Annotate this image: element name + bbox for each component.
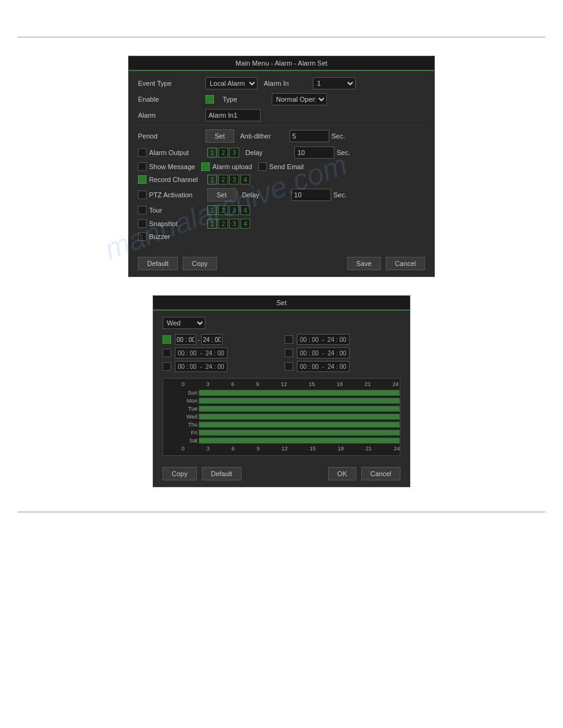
chart-row-thu: Thu (199, 420, 400, 428)
bar-thu (199, 422, 400, 428)
tour-checkbox[interactable] (138, 206, 147, 214)
chart-row-wed: Wed (199, 412, 400, 420)
num-box-2[interactable]: 2 (218, 148, 228, 157)
ptz-set-button[interactable]: Set (207, 188, 236, 202)
buzzer-checkbox[interactable] (138, 232, 147, 241)
divider1 (138, 125, 425, 126)
show-message-label: Show Message (149, 163, 195, 170)
enable-checkbox[interactable] (205, 95, 214, 104)
time-cb-3b[interactable] (285, 362, 293, 371)
record-channel-label: Record Channel (149, 176, 207, 183)
rec-num-3[interactable]: 3 (229, 175, 239, 184)
record-channel-checkbox[interactable] (138, 175, 147, 184)
tour-num-2[interactable]: 2 (218, 205, 228, 215)
tour-num-4[interactable]: 4 (240, 205, 250, 215)
record-channel-num-boxes: 1 2 3 4 (207, 175, 250, 184)
set-footer-right: OK Cancel (328, 467, 400, 480)
tour-label: Tour (149, 207, 207, 214)
delay-input[interactable] (294, 146, 334, 159)
snap-num-2[interactable]: 2 (218, 219, 228, 229)
show-message-row: Show Message Alarm upload Send Email (138, 162, 425, 171)
set-default-button[interactable]: Default (202, 467, 242, 480)
set-footer: Copy Default OK Cancel (153, 462, 410, 487)
num-box-3[interactable]: 3 (229, 148, 239, 157)
bar-wed (199, 414, 400, 420)
alarm-in-select[interactable]: 1 (313, 77, 356, 89)
alarm-set-dialog: Main Menu - Alarm - Alarm Set Event Type… (128, 56, 435, 277)
alarm-output-checkbox[interactable] (138, 148, 147, 157)
event-type-select[interactable]: Local Alarm (205, 77, 258, 89)
default-button[interactable]: Default (138, 257, 178, 270)
time-cb-2a[interactable] (163, 349, 171, 357)
ptz-label: PTZ Activation (149, 191, 207, 199)
snapshot-num-boxes: 1 2 3 4 (207, 219, 250, 229)
anti-dither-input[interactable] (289, 130, 329, 142)
time-entry-2b: 00 : 00 - 24 : 00 (285, 347, 400, 358)
show-message-checkbox[interactable] (138, 162, 147, 171)
period-set-button[interactable]: Set (205, 129, 234, 143)
rec-num-1[interactable]: 1 (207, 175, 217, 184)
alarm-in-label: Alarm In (264, 80, 313, 87)
enable-label: Enable (138, 96, 205, 103)
time-start-1a[interactable] (175, 334, 196, 345)
ptz-row: PTZ Activation Set Delay Sec. (138, 188, 425, 202)
chart-row-sat: Sat (199, 436, 400, 444)
cancel-button[interactable]: Cancel (386, 257, 425, 270)
time-block-3b: 00 : 00 - 24 : 00 (297, 361, 350, 372)
delay-label: Delay (245, 149, 294, 156)
buzzer-row: Buzzer (138, 232, 425, 241)
time-entry-1b: 00 : 00 - 24 : 00 (285, 334, 400, 345)
ptz-checkbox[interactable] (138, 191, 147, 199)
snap-num-3[interactable]: 3 (229, 219, 239, 229)
time-cb-1b[interactable] (285, 335, 293, 344)
buzzer-label: Buzzer (149, 233, 207, 240)
time-end-1a[interactable] (201, 334, 223, 345)
day-select[interactable]: Sun Mon Tue Wed Thu Fri Sat (163, 317, 205, 329)
snapshot-checkbox[interactable] (138, 219, 147, 228)
alarm-output-num-boxes: 1 2 3 (207, 148, 239, 157)
rec-num-4[interactable]: 4 (240, 175, 250, 184)
record-channel-row: Record Channel 1 2 3 4 (138, 175, 425, 184)
chart-rows: Sun Mon Tue Wed (182, 389, 400, 453)
chart-row-tue: Tue (199, 404, 400, 412)
day-fri: Fri (182, 430, 197, 436)
bottom-axis: 0 3 6 9 12 15 18 21 24 (182, 444, 400, 453)
period-row: Period Set Anti-dither Sec. (138, 129, 425, 143)
chart-row-fri: Fri (199, 428, 400, 436)
time-cb-2b[interactable] (285, 349, 293, 357)
set-copy-button[interactable]: Copy (163, 467, 197, 480)
time-rows-grid: - 00 : 00 - 24 : 00 00 : 00 - 24 : 00 00 (163, 334, 400, 372)
time-block-1b: 00 : 00 - 24 : 00 (297, 334, 350, 345)
alarm-upload-checkbox[interactable] (201, 162, 210, 171)
num-box-1[interactable]: 1 (207, 148, 217, 157)
time-cb-1a[interactable] (163, 335, 171, 344)
top-rule (18, 37, 545, 37)
day-sat: Sat (182, 438, 197, 444)
alarm-name-input[interactable] (205, 109, 261, 121)
rec-num-2[interactable]: 2 (218, 175, 228, 184)
tour-num-1[interactable]: 1 (207, 205, 217, 215)
schedule-chart: 0 3 6 9 12 15 18 21 24 Sun Mon (163, 378, 400, 456)
set-ok-button[interactable]: OK (328, 467, 356, 480)
snap-num-4[interactable]: 4 (240, 219, 250, 229)
anti-dither-label: Anti-dither (240, 132, 289, 140)
alarm-output-label: Alarm Output (149, 149, 207, 156)
ptz-delay-input[interactable] (291, 189, 331, 201)
send-email-label: Send Email (269, 163, 304, 170)
day-sun: Sun (182, 390, 197, 396)
dialog-title: Main Menu - Alarm - Alarm Set (129, 56, 434, 71)
time-cb-3a[interactable] (163, 362, 171, 371)
type-label: Type (223, 96, 272, 103)
snap-num-1[interactable]: 1 (207, 219, 217, 229)
send-email-checkbox[interactable] (258, 162, 267, 171)
footer-right: Save Cancel (347, 257, 425, 270)
tour-num-3[interactable]: 3 (229, 205, 239, 215)
snapshot-label: Snapshot (149, 220, 207, 227)
type-select[interactable]: Normal Open (272, 93, 327, 105)
copy-button[interactable]: Copy (183, 257, 217, 270)
save-button[interactable]: Save (347, 257, 381, 270)
day-mon: Mon (182, 398, 197, 404)
page-container: manualarchive.com Main Menu - Alarm - Al… (0, 0, 563, 728)
time-entry-1a: - (163, 334, 278, 345)
set-cancel-button[interactable]: Cancel (361, 467, 400, 480)
